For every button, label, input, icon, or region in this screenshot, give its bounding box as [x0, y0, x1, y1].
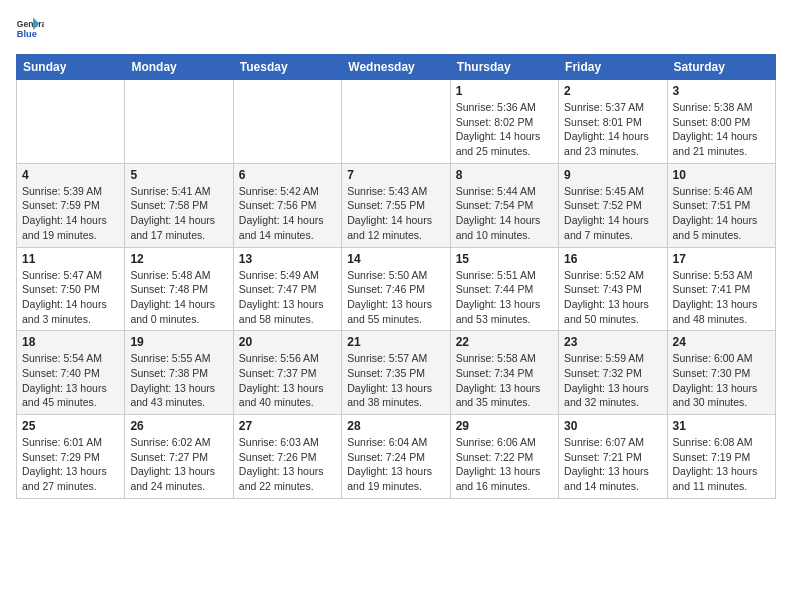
- day-info: Sunrise: 6:08 AM Sunset: 7:19 PM Dayligh…: [673, 435, 770, 494]
- calendar-cell: 31Sunrise: 6:08 AM Sunset: 7:19 PM Dayli…: [667, 415, 775, 499]
- calendar-cell: 12Sunrise: 5:48 AM Sunset: 7:48 PM Dayli…: [125, 247, 233, 331]
- day-number: 9: [564, 168, 661, 182]
- day-number: 2: [564, 84, 661, 98]
- day-info: Sunrise: 6:02 AM Sunset: 7:27 PM Dayligh…: [130, 435, 227, 494]
- calendar-cell: 30Sunrise: 6:07 AM Sunset: 7:21 PM Dayli…: [559, 415, 667, 499]
- day-info: Sunrise: 5:52 AM Sunset: 7:43 PM Dayligh…: [564, 268, 661, 327]
- svg-text:General: General: [17, 19, 44, 29]
- day-number: 4: [22, 168, 119, 182]
- day-info: Sunrise: 6:00 AM Sunset: 7:30 PM Dayligh…: [673, 351, 770, 410]
- day-info: Sunrise: 5:41 AM Sunset: 7:58 PM Dayligh…: [130, 184, 227, 243]
- day-info: Sunrise: 5:59 AM Sunset: 7:32 PM Dayligh…: [564, 351, 661, 410]
- header-cell-thursday: Thursday: [450, 55, 558, 80]
- calendar-cell: 19Sunrise: 5:55 AM Sunset: 7:38 PM Dayli…: [125, 331, 233, 415]
- page-header: GeneralBlue: [16, 16, 776, 44]
- day-info: Sunrise: 5:55 AM Sunset: 7:38 PM Dayligh…: [130, 351, 227, 410]
- calendar-cell: [233, 80, 341, 164]
- day-number: 28: [347, 419, 444, 433]
- calendar-cell: 11Sunrise: 5:47 AM Sunset: 7:50 PM Dayli…: [17, 247, 125, 331]
- calendar-cell: 5Sunrise: 5:41 AM Sunset: 7:58 PM Daylig…: [125, 163, 233, 247]
- day-info: Sunrise: 5:50 AM Sunset: 7:46 PM Dayligh…: [347, 268, 444, 327]
- calendar-cell: 2Sunrise: 5:37 AM Sunset: 8:01 PM Daylig…: [559, 80, 667, 164]
- day-info: Sunrise: 5:48 AM Sunset: 7:48 PM Dayligh…: [130, 268, 227, 327]
- day-info: Sunrise: 5:49 AM Sunset: 7:47 PM Dayligh…: [239, 268, 336, 327]
- day-info: Sunrise: 6:04 AM Sunset: 7:24 PM Dayligh…: [347, 435, 444, 494]
- day-info: Sunrise: 6:01 AM Sunset: 7:29 PM Dayligh…: [22, 435, 119, 494]
- day-number: 11: [22, 252, 119, 266]
- calendar-cell: 20Sunrise: 5:56 AM Sunset: 7:37 PM Dayli…: [233, 331, 341, 415]
- header-cell-saturday: Saturday: [667, 55, 775, 80]
- day-number: 15: [456, 252, 553, 266]
- day-number: 1: [456, 84, 553, 98]
- day-info: Sunrise: 5:58 AM Sunset: 7:34 PM Dayligh…: [456, 351, 553, 410]
- header-cell-wednesday: Wednesday: [342, 55, 450, 80]
- day-number: 23: [564, 335, 661, 349]
- day-number: 16: [564, 252, 661, 266]
- day-number: 31: [673, 419, 770, 433]
- day-number: 8: [456, 168, 553, 182]
- header-row: SundayMondayTuesdayWednesdayThursdayFrid…: [17, 55, 776, 80]
- day-number: 21: [347, 335, 444, 349]
- day-number: 29: [456, 419, 553, 433]
- calendar-week-1: 1Sunrise: 5:36 AM Sunset: 8:02 PM Daylig…: [17, 80, 776, 164]
- calendar-cell: 23Sunrise: 5:59 AM Sunset: 7:32 PM Dayli…: [559, 331, 667, 415]
- day-number: 5: [130, 168, 227, 182]
- day-number: 17: [673, 252, 770, 266]
- day-number: 20: [239, 335, 336, 349]
- day-number: 6: [239, 168, 336, 182]
- day-info: Sunrise: 6:03 AM Sunset: 7:26 PM Dayligh…: [239, 435, 336, 494]
- calendar-cell: 14Sunrise: 5:50 AM Sunset: 7:46 PM Dayli…: [342, 247, 450, 331]
- calendar-cell: 22Sunrise: 5:58 AM Sunset: 7:34 PM Dayli…: [450, 331, 558, 415]
- day-info: Sunrise: 5:53 AM Sunset: 7:41 PM Dayligh…: [673, 268, 770, 327]
- calendar-week-3: 11Sunrise: 5:47 AM Sunset: 7:50 PM Dayli…: [17, 247, 776, 331]
- day-number: 3: [673, 84, 770, 98]
- calendar-cell: 24Sunrise: 6:00 AM Sunset: 7:30 PM Dayli…: [667, 331, 775, 415]
- day-number: 22: [456, 335, 553, 349]
- day-number: 13: [239, 252, 336, 266]
- day-info: Sunrise: 5:56 AM Sunset: 7:37 PM Dayligh…: [239, 351, 336, 410]
- calendar-week-5: 25Sunrise: 6:01 AM Sunset: 7:29 PM Dayli…: [17, 415, 776, 499]
- calendar-cell: 25Sunrise: 6:01 AM Sunset: 7:29 PM Dayli…: [17, 415, 125, 499]
- day-info: Sunrise: 5:39 AM Sunset: 7:59 PM Dayligh…: [22, 184, 119, 243]
- calendar-cell: 3Sunrise: 5:38 AM Sunset: 8:00 PM Daylig…: [667, 80, 775, 164]
- calendar-cell: 18Sunrise: 5:54 AM Sunset: 7:40 PM Dayli…: [17, 331, 125, 415]
- day-info: Sunrise: 5:43 AM Sunset: 7:55 PM Dayligh…: [347, 184, 444, 243]
- day-number: 27: [239, 419, 336, 433]
- logo-icon: GeneralBlue: [16, 16, 44, 44]
- calendar-body: 1Sunrise: 5:36 AM Sunset: 8:02 PM Daylig…: [17, 80, 776, 499]
- header-cell-sunday: Sunday: [17, 55, 125, 80]
- calendar-cell: [17, 80, 125, 164]
- day-number: 10: [673, 168, 770, 182]
- calendar-cell: 26Sunrise: 6:02 AM Sunset: 7:27 PM Dayli…: [125, 415, 233, 499]
- day-info: Sunrise: 5:36 AM Sunset: 8:02 PM Dayligh…: [456, 100, 553, 159]
- calendar-cell: 9Sunrise: 5:45 AM Sunset: 7:52 PM Daylig…: [559, 163, 667, 247]
- day-info: Sunrise: 5:45 AM Sunset: 7:52 PM Dayligh…: [564, 184, 661, 243]
- svg-text:Blue: Blue: [17, 29, 37, 39]
- calendar-cell: 1Sunrise: 5:36 AM Sunset: 8:02 PM Daylig…: [450, 80, 558, 164]
- calendar-cell: 21Sunrise: 5:57 AM Sunset: 7:35 PM Dayli…: [342, 331, 450, 415]
- day-info: Sunrise: 5:37 AM Sunset: 8:01 PM Dayligh…: [564, 100, 661, 159]
- day-number: 26: [130, 419, 227, 433]
- calendar-week-2: 4Sunrise: 5:39 AM Sunset: 7:59 PM Daylig…: [17, 163, 776, 247]
- calendar-cell: 10Sunrise: 5:46 AM Sunset: 7:51 PM Dayli…: [667, 163, 775, 247]
- day-info: Sunrise: 5:54 AM Sunset: 7:40 PM Dayligh…: [22, 351, 119, 410]
- day-info: Sunrise: 5:46 AM Sunset: 7:51 PM Dayligh…: [673, 184, 770, 243]
- day-info: Sunrise: 5:42 AM Sunset: 7:56 PM Dayligh…: [239, 184, 336, 243]
- calendar-cell: 6Sunrise: 5:42 AM Sunset: 7:56 PM Daylig…: [233, 163, 341, 247]
- day-number: 24: [673, 335, 770, 349]
- day-info: Sunrise: 5:51 AM Sunset: 7:44 PM Dayligh…: [456, 268, 553, 327]
- calendar-cell: 17Sunrise: 5:53 AM Sunset: 7:41 PM Dayli…: [667, 247, 775, 331]
- header-cell-tuesday: Tuesday: [233, 55, 341, 80]
- day-info: Sunrise: 6:07 AM Sunset: 7:21 PM Dayligh…: [564, 435, 661, 494]
- day-number: 25: [22, 419, 119, 433]
- calendar-cell: 16Sunrise: 5:52 AM Sunset: 7:43 PM Dayli…: [559, 247, 667, 331]
- day-number: 18: [22, 335, 119, 349]
- day-info: Sunrise: 6:06 AM Sunset: 7:22 PM Dayligh…: [456, 435, 553, 494]
- day-info: Sunrise: 5:57 AM Sunset: 7:35 PM Dayligh…: [347, 351, 444, 410]
- day-number: 7: [347, 168, 444, 182]
- day-number: 30: [564, 419, 661, 433]
- calendar-table: SundayMondayTuesdayWednesdayThursdayFrid…: [16, 54, 776, 499]
- calendar-cell: 8Sunrise: 5:44 AM Sunset: 7:54 PM Daylig…: [450, 163, 558, 247]
- calendar-cell: 29Sunrise: 6:06 AM Sunset: 7:22 PM Dayli…: [450, 415, 558, 499]
- day-number: 12: [130, 252, 227, 266]
